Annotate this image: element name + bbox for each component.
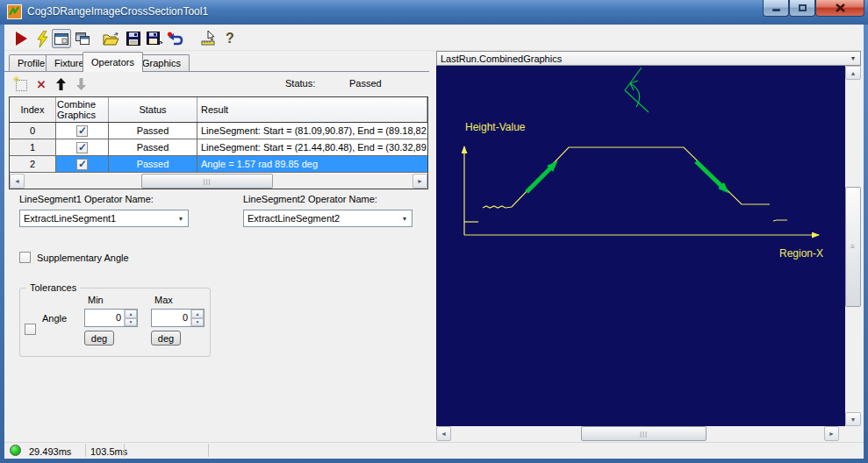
scroll-right-icon[interactable]: ►: [412, 174, 427, 189]
angle-label: Angle: [42, 313, 67, 324]
result-cell: LineSegment: Start = (21.44,80.48), End …: [197, 139, 427, 155]
linesegment1-operator-combo[interactable]: ExtractLineSegment1▼: [19, 210, 189, 227]
operators-table: Index Combine Graphics Status Result 0 P…: [9, 96, 428, 189]
status-bar: [4, 442, 864, 459]
add-operator-button[interactable]: ✳: [13, 77, 29, 93]
tolerances-title: Tolerances: [26, 282, 80, 293]
reset-button[interactable]: [166, 29, 185, 48]
execution-time: 29.493ms: [29, 446, 71, 457]
move-down-button[interactable]: [73, 76, 89, 92]
main-toolbar: ?: [4, 25, 864, 51]
graphics-vertical-scrollbar[interactable]: ▲ ≡ ▼: [845, 66, 861, 426]
status-label: Status:: [285, 78, 315, 89]
graphics-source-combo[interactable]: LastRun.CombinedGraphics▼: [436, 51, 861, 66]
column-header-combine-graphics[interactable]: Combine Graphics: [56, 97, 109, 122]
tab-operators[interactable]: Operators: [82, 52, 143, 72]
status-value: Passed: [349, 78, 382, 89]
scroll-right-icon[interactable]: ►: [824, 426, 839, 441]
tool-icon: [7, 4, 22, 19]
run-icon: [16, 32, 27, 46]
save-as-button[interactable]: [145, 29, 164, 48]
combine-graphics-checkbox[interactable]: [76, 159, 88, 170]
delete-operator-button[interactable]: ✕: [33, 76, 49, 92]
spin-up-icon[interactable]: ▲: [191, 310, 204, 318]
angle-tolerance-checkbox[interactable]: [25, 324, 36, 335]
client-area: ? Profile Fixture Operators Graphics ✳ ✕…: [4, 25, 864, 459]
local-display-toggle-button[interactable]: [52, 29, 71, 48]
pointer-ruler-icon: [201, 31, 217, 46]
scroll-left-icon[interactable]: ◄: [436, 426, 451, 441]
move-up-button[interactable]: [53, 76, 68, 92]
minimize-button[interactable]: [763, 0, 789, 17]
graphics-display[interactable]: Height-ValueRegion-X: [436, 66, 845, 426]
reset-arrow-icon: [167, 32, 184, 46]
total-time: 103.5ms: [90, 446, 127, 457]
application-window: Cog3DRangeImageCrossSectionTool1: [0, 0, 868, 463]
row-index-cell: 2: [10, 156, 56, 172]
help-button[interactable]: ?: [220, 29, 240, 48]
table-row[interactable]: 0 Passed LineSegment: Start = (81.09,90.…: [10, 123, 427, 139]
scrollbar-thumb[interactable]: |||: [581, 426, 707, 441]
svg-text:Region-X: Region-X: [779, 247, 823, 260]
combine-graphics-cell: [56, 156, 109, 172]
table-row[interactable]: 1 Passed LineSegment: Start = (21.44,80.…: [10, 139, 427, 156]
result-cell: LineSegment: Start = (81.09,90.87), End …: [197, 123, 427, 139]
chevron-down-icon: ▼: [398, 216, 412, 222]
close-button[interactable]: [815, 0, 864, 17]
row-index-cell: 0: [10, 123, 56, 139]
open-folder-icon: [103, 32, 119, 46]
column-header-index[interactable]: Index: [10, 97, 56, 122]
lightning-icon: [36, 31, 49, 47]
spin-down-icon[interactable]: ▼: [191, 318, 204, 327]
help-icon: ?: [226, 31, 234, 46]
column-header-result[interactable]: Result: [197, 97, 427, 122]
scroll-left-icon[interactable]: ◄: [10, 174, 25, 189]
linesegment2-operator-label: LineSegment2 Operator Name:: [243, 194, 377, 204]
panel-splitter[interactable]: [429, 52, 436, 441]
graphics-horizontal-scrollbar[interactable]: ◄ ||| ►: [436, 426, 845, 441]
spin-down-icon[interactable]: ▼: [125, 318, 137, 327]
combine-graphics-checkbox[interactable]: [76, 125, 88, 137]
maximize-button[interactable]: [789, 0, 815, 17]
scrollbar-thumb[interactable]: |||: [141, 174, 273, 189]
min-angle-spinner[interactable]: 0 ▲▼: [84, 309, 138, 327]
scroll-up-icon[interactable]: ▲: [845, 66, 861, 80]
open-button[interactable]: [101, 29, 120, 48]
run-button[interactable]: [11, 29, 31, 48]
title-bar[interactable]: Cog3DRangeImageCrossSectionTool1: [0, 0, 868, 25]
linesegment2-operator-combo[interactable]: ExtractLineSegment2▼: [243, 210, 412, 227]
run-status-indicator: [10, 445, 21, 456]
window-title: Cog3DRangeImageCrossSectionTool1: [27, 5, 208, 18]
cascade-windows-icon: [75, 32, 90, 45]
row-index-cell: 1: [10, 139, 56, 155]
table-horizontal-scrollbar[interactable]: ◄ ||| ►: [10, 174, 427, 189]
supplementary-angle-label: Supplementary Angle: [37, 253, 129, 263]
pointer-tool-button[interactable]: [199, 29, 219, 48]
min-unit-button[interactable]: deg: [84, 331, 114, 345]
combine-graphics-cell: [56, 123, 109, 139]
supplementary-angle-checkbox[interactable]: [19, 252, 31, 263]
save-button[interactable]: [124, 29, 143, 48]
window-icon: [54, 33, 68, 45]
down-arrow-icon: [76, 78, 86, 90]
save-icon: [126, 32, 140, 46]
scrollbar-thumb[interactable]: ≡: [845, 187, 861, 307]
chevron-down-icon: ▼: [846, 55, 860, 61]
electrode-button[interactable]: [32, 29, 52, 48]
scroll-down-icon[interactable]: ▼: [845, 412, 861, 426]
table-row[interactable]: 2 Passed Angle = 1.57 rad 89.85 deg: [10, 156, 427, 173]
max-unit-button[interactable]: deg: [151, 331, 181, 345]
combine-graphics-checkbox[interactable]: [76, 142, 88, 153]
combine-graphics-cell: [56, 139, 109, 155]
chevron-down-icon: ▼: [174, 216, 188, 222]
max-angle-spinner[interactable]: 0 ▲▼: [151, 309, 204, 327]
column-header-status[interactable]: Status: [109, 97, 197, 122]
tab-divider: [4, 71, 429, 72]
status-cell: Passed: [109, 139, 197, 155]
minimize-icon: [772, 9, 780, 11]
spin-up-icon[interactable]: ▲: [125, 310, 137, 318]
float-display-button[interactable]: [73, 29, 92, 48]
linesegment1-operator-label: LineSegment1 Operator Name:: [19, 194, 154, 204]
svg-text:Height-Value: Height-Value: [465, 121, 526, 133]
min-label: Min: [88, 295, 104, 305]
